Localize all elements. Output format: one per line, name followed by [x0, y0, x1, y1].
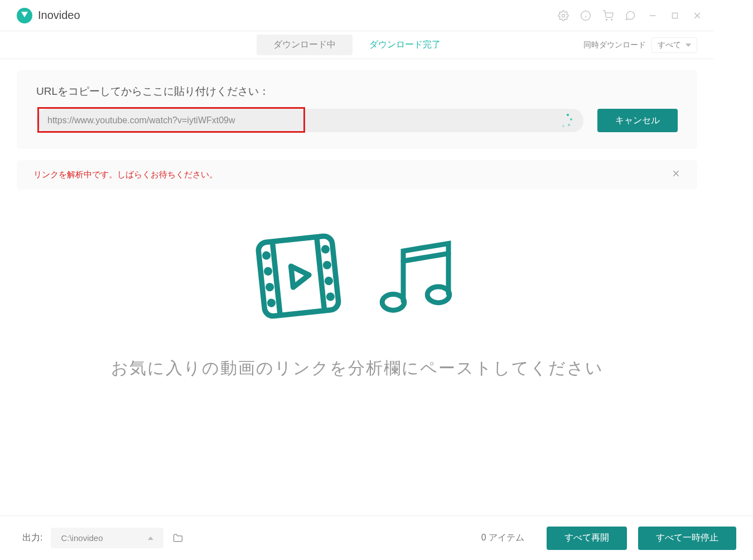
- output-path-dropdown[interactable]: C:\inovideo: [51, 528, 163, 530]
- svg-marker-23: [291, 264, 310, 287]
- empty-illustration: [245, 223, 469, 329]
- svg-point-15: [264, 254, 268, 257]
- close-icon[interactable]: [692, 10, 703, 21]
- svg-point-17: [268, 286, 271, 289]
- cart-icon[interactable]: [602, 10, 614, 21]
- url-input-wrap: [36, 109, 583, 132]
- tab-completed[interactable]: ダウンロード完了: [353, 35, 457, 55]
- cancel-button[interactable]: キャンセル: [597, 109, 678, 132]
- app-logo-icon: [17, 8, 32, 23]
- svg-rect-7: [672, 13, 677, 18]
- loading-spinner-icon: [557, 113, 572, 128]
- url-input[interactable]: [47, 115, 557, 125]
- tabs-toolbar: ダウンロード中 ダウンロード完了 同時ダウンロード すべて: [0, 31, 714, 59]
- tabs: ダウンロード中 ダウンロード完了: [257, 35, 457, 55]
- status-message: リンクを解析中です。しばらくお待ちください。: [33, 170, 218, 180]
- resume-all-button[interactable]: すべて再開: [547, 527, 627, 530]
- svg-point-21: [327, 279, 330, 282]
- svg-point-19: [324, 248, 327, 251]
- video-icon: [245, 223, 351, 329]
- status-close-icon[interactable]: [672, 169, 680, 181]
- info-icon[interactable]: [580, 10, 591, 21]
- minimize-icon[interactable]: [647, 10, 658, 21]
- svg-point-18: [269, 301, 273, 305]
- svg-point-16: [266, 269, 269, 273]
- url-paste-label: URLをコピーしてからここに貼り付けください：: [36, 84, 678, 99]
- concurrent-value: すべて: [658, 40, 681, 50]
- concurrent-dropdown[interactable]: すべて: [651, 37, 697, 53]
- empty-state-text: お気に入りの動画のリンクを分析欄にペーストしてください: [111, 357, 604, 380]
- maximize-icon[interactable]: [669, 10, 680, 21]
- concurrent-download-control: 同時ダウンロード すべて: [583, 37, 697, 53]
- titlebar: Inovideo: [0, 0, 714, 31]
- footer: 出力: C:\inovideo 0 アイテム すべて再開 すべて一時停止: [0, 515, 714, 530]
- settings-icon[interactable]: [558, 10, 569, 21]
- url-paste-section: URLをコピーしてからここに貼り付けください： キャンセル: [17, 70, 697, 149]
- app-title: Inovideo: [38, 9, 80, 22]
- concurrent-label: 同時ダウンロード: [583, 40, 646, 50]
- svg-point-25: [382, 294, 404, 310]
- svg-point-26: [427, 287, 450, 303]
- chevron-down-icon: [686, 44, 691, 47]
- tab-downloading[interactable]: ダウンロード中: [257, 35, 353, 55]
- chat-icon[interactable]: [625, 10, 636, 21]
- app-logo-wrap: Inovideo: [17, 8, 80, 23]
- svg-point-0: [562, 14, 565, 17]
- music-icon: [368, 226, 469, 326]
- empty-state: お気に入りの動画のリンクを分析欄にペーストしてください: [0, 223, 714, 380]
- window-controls: [558, 10, 703, 21]
- svg-point-5: [611, 19, 612, 20]
- svg-point-22: [329, 295, 332, 298]
- status-bar: リンクを解析中です。しばらくお待ちください。: [17, 160, 697, 190]
- svg-line-24: [403, 254, 448, 262]
- pause-all-button[interactable]: すべて一時停止: [638, 527, 714, 530]
- svg-point-4: [606, 19, 607, 20]
- svg-point-20: [325, 263, 329, 267]
